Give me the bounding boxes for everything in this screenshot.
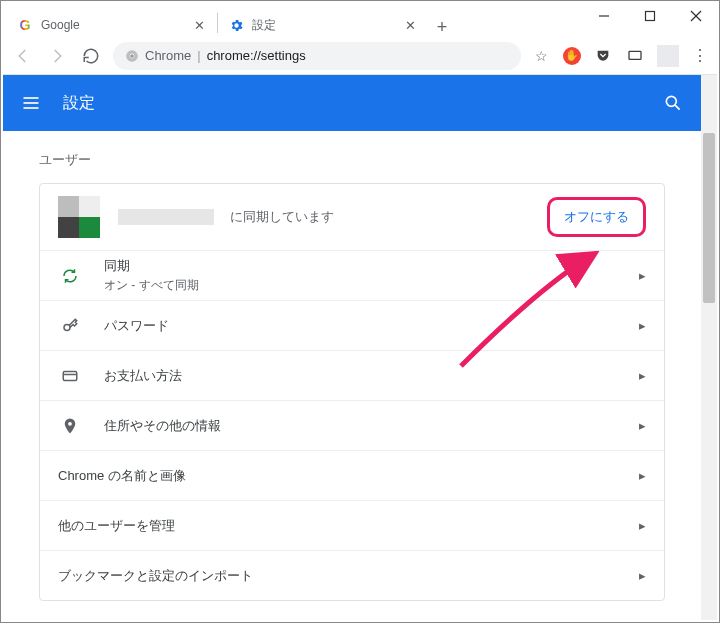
svg-point-11 xyxy=(666,96,676,106)
extension-pocket-icon[interactable] xyxy=(593,46,613,66)
settings-header-title: 設定 xyxy=(63,93,95,114)
row-payment[interactable]: お支払い方法 ▸ xyxy=(40,350,664,400)
row-payment-title: お支払い方法 xyxy=(104,367,182,385)
svg-rect-14 xyxy=(63,371,77,380)
row-passwords[interactable]: パスワード ▸ xyxy=(40,300,664,350)
chevron-right-icon: ▸ xyxy=(639,568,646,583)
syncing-label: に同期しています xyxy=(230,208,334,226)
chevron-right-icon: ▸ xyxy=(639,518,646,533)
profile-avatar-icon xyxy=(58,196,100,238)
row-addresses-title: 住所やその他の情報 xyxy=(104,417,221,435)
row-addresses[interactable]: 住所やその他の情報 ▸ xyxy=(40,400,664,450)
profile-name-redacted xyxy=(118,209,214,225)
row-chrome-name[interactable]: Chrome の名前と画像 ▸ xyxy=(40,450,664,500)
window-close-button[interactable] xyxy=(673,1,719,31)
profile-avatar-button[interactable] xyxy=(657,45,679,67)
svg-point-6 xyxy=(130,54,134,58)
nav-reload-button[interactable] xyxy=(79,44,103,68)
google-favicon-icon: G xyxy=(17,17,33,33)
nav-back-button[interactable] xyxy=(11,44,35,68)
omnibox-url: chrome://settings xyxy=(207,48,306,63)
row-import-bookmarks-title: ブックマークと設定のインポート xyxy=(58,567,253,585)
section-user-title: ユーザー xyxy=(39,151,665,169)
sync-icon xyxy=(58,267,82,285)
profile-row: に同期しています オフにする xyxy=(40,184,664,250)
chevron-right-icon: ▸ xyxy=(639,368,646,383)
star-bookmark-icon[interactable]: ☆ xyxy=(531,46,551,66)
extension-cast-icon[interactable] xyxy=(625,46,645,66)
settings-search-button[interactable] xyxy=(661,91,685,115)
settings-header: 設定 xyxy=(3,75,701,131)
row-sync-title: 同期 xyxy=(104,257,199,275)
key-icon xyxy=(58,317,82,335)
menu-hamburger-button[interactable] xyxy=(19,91,43,115)
window-minimize-button[interactable] xyxy=(581,1,627,31)
settings-favicon-icon xyxy=(228,17,244,33)
scrollbar-thumb[interactable] xyxy=(703,133,715,303)
row-chrome-name-title: Chrome の名前と画像 xyxy=(58,467,186,485)
row-sync[interactable]: 同期 オン - すべて同期 ▸ xyxy=(40,250,664,300)
row-import-bookmarks[interactable]: ブックマークと設定のインポート ▸ xyxy=(40,550,664,600)
row-sync-subtitle: オン - すべて同期 xyxy=(104,277,199,294)
close-icon[interactable]: ✕ xyxy=(191,18,207,33)
nav-forward-button[interactable] xyxy=(45,44,69,68)
browser-menu-button[interactable]: ⋮ xyxy=(691,46,709,65)
svg-rect-7 xyxy=(629,51,641,59)
svg-rect-1 xyxy=(646,12,655,21)
chevron-right-icon: ▸ xyxy=(639,268,646,283)
svg-point-13 xyxy=(64,324,70,330)
omnibox-scheme: Chrome xyxy=(145,48,191,63)
row-manage-users[interactable]: 他のユーザーを管理 ▸ xyxy=(40,500,664,550)
window-maximize-button[interactable] xyxy=(627,1,673,31)
vertical-scrollbar[interactable] xyxy=(701,75,717,620)
chevron-right-icon: ▸ xyxy=(639,418,646,433)
tab-settings-title: 設定 xyxy=(252,17,276,34)
turn-off-sync-button[interactable]: オフにする xyxy=(547,197,646,237)
extension-adblock-icon[interactable]: ✋ xyxy=(563,47,581,65)
credit-card-icon xyxy=(58,367,82,385)
svg-line-12 xyxy=(675,105,680,110)
row-manage-users-title: 他のユーザーを管理 xyxy=(58,517,175,535)
chevron-right-icon: ▸ xyxy=(639,318,646,333)
chevron-right-icon: ▸ xyxy=(639,468,646,483)
chrome-page-icon xyxy=(125,49,139,63)
turn-off-label: オフにする xyxy=(564,209,629,224)
address-bar[interactable]: Chrome | chrome://settings xyxy=(113,42,521,70)
close-icon[interactable]: ✕ xyxy=(402,18,418,33)
user-card: に同期しています オフにする 同期 オン - すべて同期 xyxy=(39,183,665,601)
row-passwords-title: パスワード xyxy=(104,317,169,335)
location-pin-icon xyxy=(58,417,82,435)
tab-google-title: Google xyxy=(41,18,80,32)
omnibox-sep: | xyxy=(197,48,200,63)
